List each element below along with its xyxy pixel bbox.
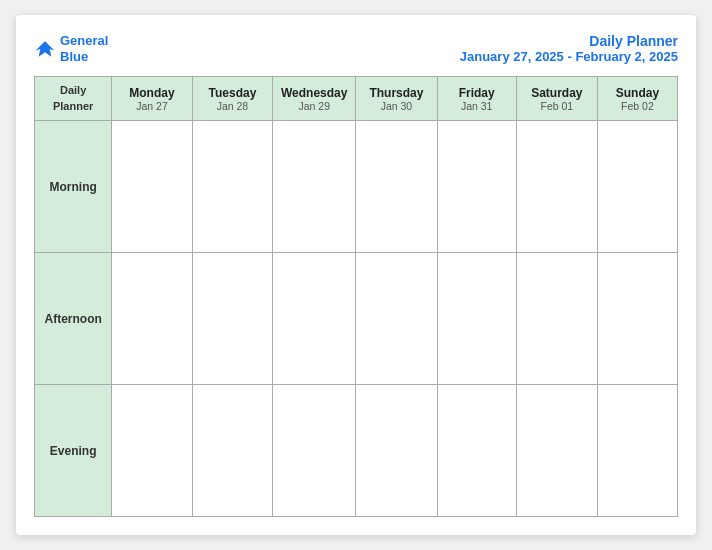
row-label-evening: Evening bbox=[35, 385, 112, 517]
title-main: Daily Planner bbox=[460, 33, 678, 49]
cell-morning-thu[interactable] bbox=[356, 121, 437, 253]
cell-afternoon-fri[interactable] bbox=[437, 253, 516, 385]
header-title: Daily Planner January 27, 2025 - Februar… bbox=[460, 33, 678, 64]
logo: GeneralBlue bbox=[34, 33, 108, 64]
cell-evening-sat[interactable] bbox=[516, 385, 597, 517]
row-label-afternoon: Afternoon bbox=[35, 253, 112, 385]
cell-afternoon-sat[interactable] bbox=[516, 253, 597, 385]
cell-evening-wed[interactable] bbox=[273, 385, 356, 517]
cell-evening-fri[interactable] bbox=[437, 385, 516, 517]
cell-evening-thu[interactable] bbox=[356, 385, 437, 517]
title-sub: January 27, 2025 - February 2, 2025 bbox=[460, 49, 678, 64]
col-sunday: Sunday Feb 02 bbox=[597, 77, 677, 121]
logo-bird-icon bbox=[34, 38, 56, 60]
row-label-morning: Morning bbox=[35, 121, 112, 253]
cell-morning-tue[interactable] bbox=[192, 121, 273, 253]
cell-morning-sun[interactable] bbox=[597, 121, 677, 253]
cell-morning-fri[interactable] bbox=[437, 121, 516, 253]
table-row: Afternoon bbox=[35, 253, 678, 385]
svg-marker-0 bbox=[36, 41, 55, 57]
col-friday: Friday Jan 31 bbox=[437, 77, 516, 121]
col-wednesday: Wednesday Jan 29 bbox=[273, 77, 356, 121]
table-header-label: Daily Planner bbox=[35, 77, 112, 121]
col-monday: Monday Jan 27 bbox=[112, 77, 192, 121]
cell-morning-mon[interactable] bbox=[112, 121, 192, 253]
table-body: Morning Afternoon Evening bbox=[35, 121, 678, 517]
cell-evening-tue[interactable] bbox=[192, 385, 273, 517]
table-header: Daily Planner Monday Jan 27 Tuesday Jan … bbox=[35, 77, 678, 121]
cell-afternoon-tue[interactable] bbox=[192, 253, 273, 385]
logo-text: GeneralBlue bbox=[60, 33, 108, 64]
col-saturday: Saturday Feb 01 bbox=[516, 77, 597, 121]
cell-morning-sat[interactable] bbox=[516, 121, 597, 253]
cell-afternoon-sun[interactable] bbox=[597, 253, 677, 385]
cell-afternoon-mon[interactable] bbox=[112, 253, 192, 385]
planner-table: Daily Planner Monday Jan 27 Tuesday Jan … bbox=[34, 76, 678, 517]
table-row: Morning bbox=[35, 121, 678, 253]
page-header: GeneralBlue Daily Planner January 27, 20… bbox=[34, 33, 678, 64]
planner-page: GeneralBlue Daily Planner January 27, 20… bbox=[16, 15, 696, 535]
cell-afternoon-wed[interactable] bbox=[273, 253, 356, 385]
col-tuesday: Tuesday Jan 28 bbox=[192, 77, 273, 121]
cell-evening-mon[interactable] bbox=[112, 385, 192, 517]
cell-afternoon-thu[interactable] bbox=[356, 253, 437, 385]
table-row: Evening bbox=[35, 385, 678, 517]
cell-evening-sun[interactable] bbox=[597, 385, 677, 517]
col-thursday: Thursday Jan 30 bbox=[356, 77, 437, 121]
cell-morning-wed[interactable] bbox=[273, 121, 356, 253]
